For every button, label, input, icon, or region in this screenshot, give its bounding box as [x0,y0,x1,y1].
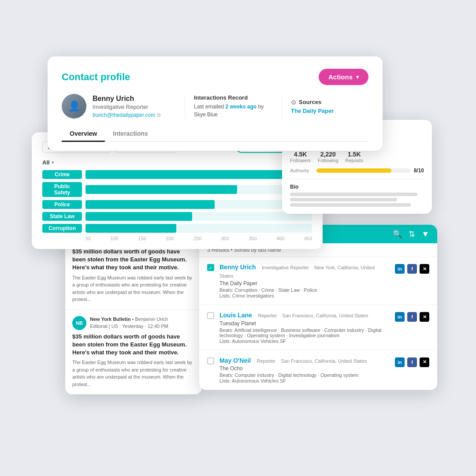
bar-label-police: Police [42,200,82,209]
bio-line-3 [290,203,411,207]
x-icon[interactable]: ✕ [420,357,429,367]
interactions-block: Interactions Record Last emailed 2 weeks… [185,94,282,119]
bar-label-publicsafety: Public Safety [42,182,82,197]
sort-icon[interactable]: ⇅ [409,229,415,239]
contacts-list-card: 🔍 ⇅ ▼ 3 Results • Sorted by last name ✓ … [199,225,437,390]
facebook-icon[interactable]: f [407,264,417,274]
bar-track-corruption [86,224,312,233]
target-icon: ⊙ [291,99,296,106]
avatar-image: 👤 [62,94,86,119]
interactions-title: Interactions Record [194,94,273,101]
linkedin-icon[interactable]: in [395,264,405,274]
bio-line-2 [290,198,397,201]
reposts-stat: 1.5K Reposts [346,151,363,163]
contact-outlet-may: The Ocho [219,365,390,372]
copy-icon[interactable]: ⧉ [157,112,161,118]
bar-fill-crime [86,170,305,179]
contact-checkbox-louis[interactable] [207,312,214,319]
bar-chart: Crime Public Safety Police State Law Cor… [42,170,312,233]
linkedin-icon[interactable]: in [395,357,405,367]
bar-fill-police [86,200,215,209]
article-meta-2: New York Bulletin • Benjamin Urich Edito… [90,316,168,330]
contact-row-may: May O'Neil ·Reporter ·San Francisco, Cal… [199,350,437,390]
tab-overview[interactable]: Overview [62,126,105,142]
bio-lines [290,193,424,207]
page-title: Contact profile [62,71,130,83]
authority-fill [316,168,391,173]
bar-row-publicsafety: Public Safety [42,182,312,197]
contact-beats-benny: Beats: Corruption · Crime · State Law · … [219,287,390,293]
contact-profile-card: Contact profile Actions ▾ 👤 Benny Urich … [48,56,383,151]
article-headline-2: $35 million dollars worth of goods have … [72,333,195,357]
contact-lists-may: Lists: Autonomous Vehicles SF [219,378,390,383]
pub-name-2: New York Bulletin [90,316,131,322]
contact-social-benny: in f ✕ [395,264,429,274]
bar-row-crime: Crime [42,170,312,179]
contact-name-may[interactable]: May O'Neil [219,357,251,364]
contact-title: Investigative Reporter [93,104,161,110]
contact-social-louis: in f ✕ [395,312,429,322]
tab-interactions[interactable]: Interactions [105,126,156,142]
x-icon[interactable]: ✕ [420,264,429,274]
contact-name-louis[interactable]: Louis Lane [219,312,252,319]
contact-lists-louis: Lists: Autonomous Vehicles SF [219,338,390,344]
profile-info-section: 👤 Benny Urich Investigative Reporter bur… [62,94,185,119]
all-filter: All ▾ [42,159,312,166]
search-icon[interactable]: 🔍 [393,229,402,239]
contact-checkbox-benny[interactable]: ✓ [207,264,214,271]
contact-lists-benny: Lists: Crime Investigators [219,293,390,298]
linkedin-icon[interactable]: in [395,312,405,322]
bar-track-publicsafety [86,185,312,194]
contact-beats-may: Beats: Computer industry · Digital techn… [219,372,390,378]
contact-row-louis: Louis Lane ·Reporter ·San Francisco, Cal… [199,305,437,350]
actions-button[interactable]: Actions ▾ [319,69,368,85]
bar-track-statelaw [86,212,312,221]
article-body-1: The Easter Egg Museum was robbed early l… [72,274,195,303]
bar-fill-statelaw [86,212,192,221]
facebook-icon[interactable]: f [407,357,417,367]
bar-track-crime [86,170,312,179]
bar-row-statelaw: State Law [42,212,312,221]
contact-info-louis: Louis Lane ·Reporter ·San Francisco, Cal… [219,311,390,344]
contact-info-benny: Benny Urich ·Investigative Reporter ·New… [219,263,390,298]
following-stat: 2,220 Following [318,151,338,163]
authority-track [316,168,410,173]
bar-fill-corruption [86,224,176,233]
nav-tabs: Overview Interactions [62,126,368,142]
facebook-icon[interactable]: f [407,312,417,322]
contact-outlet-benny: The Daily Paper [219,280,390,286]
bio-line-1 [290,193,417,196]
contact-row-benny: ✓ Benny Urich ·Investigative Reporter ·N… [199,257,437,305]
filter-icon[interactable]: ▼ [421,230,429,239]
contact-info-may: May O'Neil ·Reporter ·San Francisco, Cal… [219,357,390,384]
contact-outlet-louis: Tuesday Planet [219,320,390,327]
avatar: 👤 [62,94,86,119]
authority-bar: Authority 8/10 [290,167,424,174]
bar-label-statelaw: State Law [42,212,82,221]
contact-beats-louis: Beats: Artificial intelligence · Busines… [219,327,390,338]
bar-fill-publicsafety [86,185,237,194]
sources-block: ⊙ Sources The Daily Paper [282,94,368,119]
chevron-down-icon: ▾ [52,160,54,165]
contact-email: burich@thedailypaper.com ⧉ [93,112,161,118]
contact-social-may: in f ✕ [395,357,429,367]
articles-list-card: NB New York Bulletin • Benjamin Urich Ed… [65,225,202,394]
interactions-subtitle: Last emailed 2 weeks ago by Skye Blue [194,103,273,119]
bar-track-police [86,200,312,209]
bar-row-corruption: Corruption [42,224,312,233]
bar-label-corruption: Corruption [42,224,82,233]
stats-row: 4.5K Followers 2,220 Following 1.5K Repo… [290,151,424,163]
x-icon[interactable]: ✕ [420,312,429,322]
source-link[interactable]: The Daily Paper [291,108,360,114]
article-item-2: NB New York Bulletin • Benjamin Urich Ed… [65,310,202,395]
followers-stat: 4.5K Followers [290,151,311,163]
sources-title: ⊙ Sources [291,99,360,106]
bar-axis: 50 100 150 200 250 300 350 400 450 [42,236,312,241]
contact-checkbox-may[interactable] [207,357,214,364]
contact-name-benny[interactable]: Benny Urich [219,264,256,271]
bar-label-crime: Crime [42,170,82,179]
bar-row-police: Police [42,200,312,209]
contact-name: Benny Urich [93,95,161,103]
bio-section: Bio [290,179,424,207]
article-headline-1: $35 million dollars worth of goods have … [72,248,195,272]
